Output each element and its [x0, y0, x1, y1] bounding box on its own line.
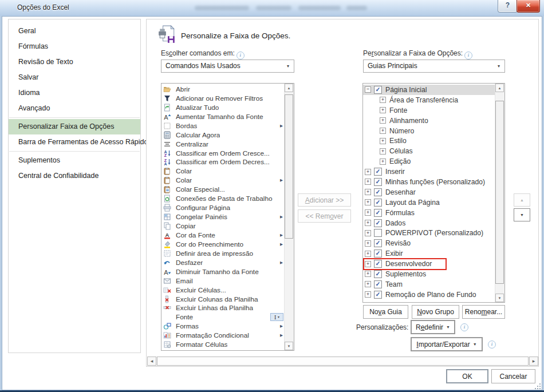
ribbon-tab-item-suplementos[interactable]: +✓Suplementos	[363, 269, 495, 279]
command-item-formas[interactable]: Formas▶	[161, 322, 285, 331]
ribbon-tab-item-powerpivot-personalizado[interactable]: +POWERPIVOT (Personalizado)	[363, 228, 495, 238]
command-item-excluir-colunas-da-planilha[interactable]: Excluir Colunas da Planilha	[161, 295, 285, 304]
command-item-classificar-em-ordem-cresce[interactable]: AZClassificar em Ordem Cresce...	[161, 149, 285, 158]
command-item-diminuir-tamanho-da-fonte[interactable]: ADiminuir Tamanho da Fonte	[161, 267, 285, 276]
checkbox[interactable]	[374, 229, 382, 237]
move-down-button[interactable]: ▼	[514, 208, 530, 221]
expand-icon[interactable]: +	[380, 107, 386, 113]
command-item-congelar-pain-is[interactable]: Congelar Painéis▶	[161, 212, 285, 221]
new-tab-button[interactable]: Nova Guia	[363, 305, 408, 319]
checkbox[interactable]: ✓	[374, 188, 382, 196]
command-item-copiar[interactable]: Copiar	[161, 221, 285, 231]
collapse-icon[interactable]: −	[365, 86, 371, 93]
checkbox[interactable]: ✓	[374, 260, 382, 268]
font-picker-dropdown[interactable]: I ▾	[270, 313, 283, 321]
expand-icon[interactable]: +	[365, 261, 371, 267]
sidebar-item-suplementos[interactable]: Suplementos	[9, 153, 140, 168]
ribbon-group-item-estilo[interactable]: +Estilo	[363, 136, 495, 146]
scroll-right-icon[interactable]: ▶	[529, 357, 538, 366]
checkbox[interactable]: ✓	[374, 239, 382, 247]
expand-icon[interactable]: +	[365, 230, 371, 236]
expand-icon[interactable]: +	[365, 189, 371, 195]
expand-icon[interactable]: +	[365, 220, 371, 226]
ribbon-tab-item-revis-o[interactable]: +✓Revisão	[363, 238, 495, 248]
sidebar-item-personalizar-faixa-de-op-es[interactable]: Personalizar Faixa de Opções	[9, 119, 140, 134]
sidebar-item-idioma[interactable]: Idioma	[9, 85, 140, 101]
resize-grip[interactable]	[535, 383, 541, 389]
sidebar-item-f-rmulas[interactable]: Fórmulas	[9, 39, 140, 54]
checkbox[interactable]: ✓	[374, 219, 382, 227]
command-item-bordas[interactable]: Bordas▶	[161, 121, 285, 130]
ribbon-group-item-alinhamento[interactable]: +Alinhamento	[363, 116, 495, 126]
ribbon-tab-item-team[interactable]: +✓Team	[363, 279, 495, 290]
checkbox[interactable]: ✓	[374, 86, 382, 94]
command-item-centralizar[interactable]: Centralizar	[161, 140, 285, 149]
command-item-formatar-c-lulas[interactable]: Formatar Células	[161, 340, 285, 349]
expand-icon[interactable]: +	[365, 169, 371, 175]
command-item-colar-especial[interactable]: Colar Especial...	[161, 185, 285, 194]
command-item-cor-da-fonte[interactable]: ACor da Fonte▶	[161, 231, 285, 240]
help-button[interactable]: ?	[498, 0, 518, 13]
checkbox[interactable]: ✓	[374, 250, 382, 258]
sidebar-item-avan-ado[interactable]: Avançado	[9, 101, 140, 116]
ribbon-tab-item-layout-da-p-gina[interactable]: +✓Layout da Página	[363, 197, 495, 208]
ribbon-group-item-c-lulas[interactable]: +Células	[363, 146, 495, 156]
command-item-formata-o-condicional[interactable]: Formatação Condicional▶	[161, 331, 285, 340]
info-icon[interactable]: i	[488, 340, 496, 349]
command-item-aumentar-tamanho-da-fonte[interactable]: AAumentar Tamanho da Fonte	[161, 112, 285, 121]
expand-icon[interactable]: +	[365, 271, 371, 277]
scroll-down-icon[interactable]: ▼	[495, 294, 504, 302]
checkbox[interactable]: ✓	[374, 280, 382, 288]
command-item-cor-do-preenchimento[interactable]: Cor do Preenchimento▶	[161, 240, 285, 249]
expand-icon[interactable]: +	[365, 240, 371, 247]
command-item-conex-es-de-pasta-de-trabalho[interactable]: Conexões de Pasta de Trabalho	[161, 194, 285, 203]
expand-icon[interactable]: +	[380, 138, 386, 144]
cancel-button[interactable]: Cancelar	[491, 369, 535, 383]
scroll-left-icon[interactable]: ◀	[147, 357, 156, 366]
expand-icon[interactable]: +	[380, 97, 386, 103]
command-item-colar[interactable]: Colar▶	[161, 176, 285, 185]
horizontal-scrollbar[interactable]: ◀ ▶	[147, 357, 538, 366]
ribbon-group-item-edi-o[interactable]: +Edição	[363, 156, 495, 167]
ribbon-tab-item-p-gina-inicial[interactable]: −✓Página Inicial	[363, 85, 495, 95]
info-icon[interactable]: i	[236, 52, 245, 60]
expand-icon[interactable]: +	[365, 251, 371, 257]
expand-icon[interactable]: +	[365, 179, 371, 185]
sidebar-item-barra-de-ferramentas-de-acesso-r-pido[interactable]: Barra de Ferramentas de Acesso Rápido	[9, 134, 140, 150]
scrollbar-thumb[interactable]	[495, 101, 504, 284]
ribbon-tab-item-exibir[interactable]: +✓Exibir	[363, 248, 495, 259]
expand-icon[interactable]: +	[380, 159, 386, 165]
checkbox[interactable]: ✓	[374, 270, 382, 278]
checkbox[interactable]: ✓	[374, 178, 382, 186]
ribbon-tab-item-desenvolvedor[interactable]: +✓Desenvolvedor	[363, 259, 495, 269]
command-item-abrir[interactable]: Abrir	[161, 85, 285, 94]
rename-button[interactable]: Renomear...	[462, 305, 505, 319]
ribbon-group-item-fonte[interactable]: +Fonte	[363, 105, 495, 116]
ribbon-tab-item-desenhar[interactable]: +✓Desenhar	[363, 187, 495, 197]
expand-icon[interactable]: +	[365, 281, 371, 287]
command-item-desfazer[interactable]: Desfazer▶	[161, 258, 285, 267]
close-button[interactable]: ✕	[517, 0, 540, 13]
scroll-up-icon[interactable]: ▲	[495, 84, 504, 92]
checkbox[interactable]: ✓	[374, 291, 382, 299]
remove-button[interactable]: << Remover	[298, 209, 351, 223]
expand-icon[interactable]: +	[380, 128, 386, 134]
command-item-colar[interactable]: Colar	[161, 167, 285, 176]
info-icon[interactable]: i	[460, 323, 468, 331]
sidebar-item-geral[interactable]: Geral	[9, 23, 140, 39]
checkbox[interactable]: ✓	[374, 199, 382, 207]
expand-icon[interactable]: +	[365, 209, 371, 216]
command-item-definir-rea-de-impress-o[interactable]: Definir área de impressão	[161, 249, 285, 258]
expand-icon[interactable]: +	[380, 117, 386, 124]
reset-button[interactable]: Redefinir ▼	[411, 320, 455, 334]
ribbon-group-item-rea-de-transfer-ncia[interactable]: +Área de Transferência	[363, 95, 495, 105]
command-item-adicionar-ou-remover-filtros[interactable]: Adicionar ou Remover Filtros	[161, 94, 285, 103]
new-group-button[interactable]: Novo Grupo	[412, 305, 459, 319]
tree-scrollbar[interactable]: ▲ ▼	[495, 84, 504, 302]
checkbox[interactable]: ✓	[374, 209, 382, 217]
command-item-fonte[interactable]: FonteI ▾	[161, 312, 285, 322]
expand-icon[interactable]: +	[365, 199, 371, 205]
customize-ribbon-dropdown[interactable]: Guias Principais ▾	[363, 60, 505, 73]
ribbon-group-item-n-mero[interactable]: +Número	[363, 126, 495, 136]
command-item-atualizar-tudo[interactable]: Atualizar Tudo	[161, 103, 285, 112]
